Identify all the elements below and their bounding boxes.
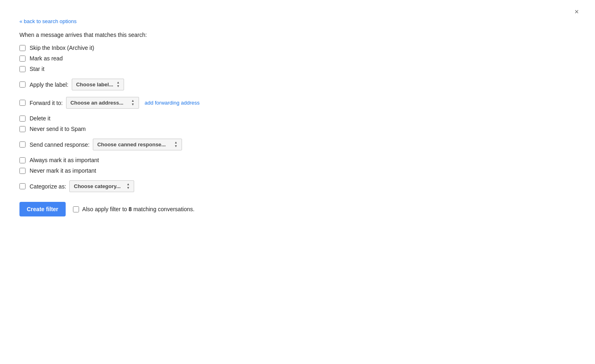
also-apply-row: Also apply filter to 8 matching conversa… [73,206,195,212]
label-categorize-as[interactable]: Categorize as: [30,183,66,190]
label-skip-inbox[interactable]: Skip the Inbox (Archive it) [30,45,94,51]
checkbox-canned-response[interactable] [19,141,26,148]
category-select-dropdown[interactable]: Choose category... ▲ ▼ [69,180,134,192]
address-select-arrows: ▲ ▼ [131,99,135,106]
option-always-important: Always mark it as important [19,157,313,163]
add-forwarding-link[interactable]: add forwarding address [145,100,200,106]
checkbox-apply-label[interactable] [19,81,26,88]
back-to-search-link[interactable]: « back to search options [19,18,77,24]
also-apply-post: matching conversations. [132,206,195,212]
checkbox-mark-as-read[interactable] [19,56,26,62]
also-apply-pre: Also apply filter to [82,206,128,212]
address-select-text: Choose an address... [71,100,124,106]
label-never-spam[interactable]: Never send it to Spam [30,126,86,132]
also-apply-count: 8 [128,206,132,212]
label-select-arrows: ▲ ▼ [116,81,120,88]
close-button[interactable]: × [574,8,579,15]
checkbox-always-important[interactable] [19,157,26,163]
canned-select-text: Choose canned response... [97,141,166,148]
option-never-important: Never mark it as important [19,167,313,174]
footer-row: Create filter Also apply filter to 8 mat… [19,202,313,216]
label-apply-label[interactable]: Apply the label: [30,81,68,88]
checkbox-delete-it[interactable] [19,116,26,122]
option-categorize-as: Categorize as: Choose category... ▲ ▼ [19,180,313,192]
address-select-dropdown[interactable]: Choose an address... ▲ ▼ [66,97,139,109]
option-mark-as-read: Mark as read [19,55,313,62]
label-always-important[interactable]: Always mark it as important [30,157,99,163]
checkbox-also-apply[interactable] [73,206,79,212]
option-skip-inbox: Skip the Inbox (Archive it) [19,45,313,51]
option-star-it: Star it [19,66,313,72]
checkbox-categorize-as[interactable] [19,183,26,189]
checkbox-star-it[interactable] [19,66,26,72]
filter-actions-dialog: « back to search options When a message … [8,8,324,228]
checkbox-never-spam[interactable] [19,126,26,132]
category-select-arrows: ▲ ▼ [126,183,130,190]
checkbox-forward-it[interactable] [19,100,26,106]
option-canned-response: Send canned response: Choose canned resp… [19,139,313,150]
create-filter-button[interactable]: Create filter [19,202,66,216]
option-apply-label: Apply the label: Choose label... ▲ ▼ [19,79,313,90]
checkbox-never-important[interactable] [19,168,26,174]
label-forward-it[interactable]: Forward it to: [30,100,63,106]
intro-text: When a message arrives that matches this… [19,32,313,38]
canned-select-dropdown[interactable]: Choose canned response... ▲ ▼ [93,139,182,150]
options-list: Skip the Inbox (Archive it) Mark as read… [19,45,313,192]
option-forward-it: Forward it to: Choose an address... ▲ ▼ … [19,97,313,109]
option-delete-it: Delete it [19,115,313,122]
checkbox-skip-inbox[interactable] [19,45,26,51]
label-mark-as-read[interactable]: Mark as read [30,55,63,62]
label-never-important[interactable]: Never mark it as important [30,167,96,174]
label-star-it[interactable]: Star it [30,66,45,72]
category-select-text: Choose category... [74,183,120,189]
label-delete-it[interactable]: Delete it [30,115,50,122]
label-canned-response[interactable]: Send canned response: [30,141,90,148]
label-select-text: Choose label... [76,81,113,88]
option-never-spam: Never send it to Spam [19,126,313,132]
canned-select-arrows: ▲ ▼ [174,141,178,148]
also-apply-label[interactable]: Also apply filter to 8 matching conversa… [82,206,195,212]
label-select-dropdown[interactable]: Choose label... ▲ ▼ [72,79,124,90]
